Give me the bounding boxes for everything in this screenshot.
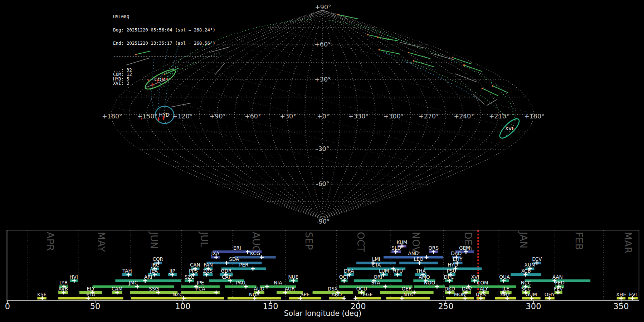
x-tick-label-250: 250	[438, 302, 454, 311]
shower-label-ORS: ORS	[428, 245, 439, 251]
shower-label-LEO: LEO	[414, 256, 424, 262]
observation-info-box: USL00Q Beg: 20251220 05:56:04 (sol = 268…	[113, 6, 218, 94]
shower-label-FAN: FAN	[204, 262, 213, 268]
shower-label-XUM: XUM	[525, 262, 536, 268]
trail-head-dot	[482, 88, 483, 89]
shower-bar-ARD	[329, 297, 344, 299]
shower-count-list: ...: 32COM: 12HYD: 5XVI: 2	[113, 68, 218, 86]
secondary-grid	[21, 0, 537, 215]
shower-label-MON: MON	[454, 292, 465, 297]
shower-peak-ARD	[342, 296, 346, 300]
shower-label-NTA: NTA	[403, 292, 413, 297]
shower-peak-STA	[383, 285, 387, 289]
meteor-trail-green	[409, 53, 430, 59]
meteor-observation-screen: COMHYDXVI+90°-90°+60°+30°-30°-60°+180°+1…	[0, 0, 644, 322]
shower-peak-ERI	[246, 250, 250, 254]
sky-map: COMHYDXVI+90°-90°+60°+30°-30°-60°+180°+1…	[21, 0, 545, 225]
shower-peak-AND	[425, 255, 429, 259]
drift-track-green	[329, 20, 514, 126]
shower-label-AAN: AAN	[552, 274, 563, 280]
shower-bar-PAU	[225, 286, 257, 288]
shower-bar-PCA	[181, 291, 220, 294]
shower-label-DKD: DKD	[444, 286, 455, 292]
map-coordinate-label: +180°	[102, 113, 122, 120]
shower-bar-ETA	[58, 297, 123, 299]
x-tick-label-300: 300	[526, 302, 541, 311]
shower-label-JIP: JIP	[169, 268, 175, 274]
meteor-trail-gray	[455, 74, 477, 82]
shower-label-OER: OER	[402, 286, 412, 292]
shower-label-DAD: DAD	[451, 250, 462, 256]
shower-label-SDA: SDA	[229, 256, 239, 262]
map-coordinate-label: +270°	[419, 113, 439, 120]
meteor-trail-green	[414, 61, 434, 67]
shower-peak-NOO	[435, 285, 439, 289]
shower-label-COM: COM	[477, 280, 488, 286]
shower-label-CAP: CAP	[222, 274, 231, 280]
shower-label-GUM: GUM	[526, 292, 537, 297]
month-label-JUL: JUL	[199, 231, 210, 247]
trail-head-dot	[463, 64, 465, 66]
month-label-APR: APR	[45, 232, 56, 251]
shower-label-OHY: OHY	[545, 292, 555, 297]
shower-label-ARD: ARD	[331, 292, 342, 297]
grid-secondary-line	[21, 21, 104, 215]
separator-line: ---------------------------------------	[113, 54, 218, 59]
begin-time-line: Beg: 20251220 05:56:04 (sol = 268.24°)	[113, 28, 218, 32]
trail-head-dot	[492, 85, 494, 87]
shower-label-FEV: FEV	[554, 286, 563, 292]
shower-label-JEA: JEA	[150, 268, 158, 274]
shower-label-PER: PER	[239, 262, 248, 268]
shower-label-TAH: TAH	[122, 268, 132, 274]
meteor-trail-gray	[487, 99, 497, 106]
map-coordinate-label: +90°	[315, 4, 331, 11]
grid-secondary-line	[107, 106, 537, 213]
map-coordinate-label: +210°	[489, 113, 509, 120]
shower-label-NCC: NCC	[521, 280, 531, 286]
trail-head-dot	[337, 14, 339, 16]
meteor-trail-gray	[171, 103, 191, 107]
trail-head-dot	[367, 34, 369, 36]
count-line-XVI: XVI: 2	[113, 81, 218, 86]
shower-label-PPS: PPS	[189, 268, 198, 274]
sky-map-and-timeline-plot: COMHYDXVI+90°-90°+60°+30°-30°-60°+180°+1…	[0, 0, 644, 322]
shower-label-EGE: EGE	[363, 292, 373, 297]
shower-label-LYR: LYR	[59, 280, 68, 286]
shower-label-SPE: SPE	[301, 292, 309, 297]
shower-label-HYD: HYD	[448, 262, 458, 268]
shower-bar-KCG	[235, 256, 276, 259]
trail-head-dot	[452, 57, 454, 59]
shower-label-CAN: CAN	[190, 262, 200, 268]
meteor-trail-green	[493, 86, 508, 93]
shower-bar-AND	[384, 256, 443, 259]
shower-label-PAU: PAU	[236, 280, 245, 286]
shower-label-XCB: XCB	[521, 268, 531, 274]
shower-bar-AUR	[277, 291, 303, 294]
shower-label-OCU: OCU	[356, 286, 367, 292]
shower-bar-NOO	[414, 286, 445, 288]
shower-label-PSU: PSU	[447, 268, 457, 274]
shower-label-PCA: PCA	[196, 286, 206, 292]
shower-label-XVI: XVI	[471, 274, 479, 280]
shower-label-KCG: KCG	[250, 250, 260, 256]
trail-head-dot	[377, 36, 379, 38]
map-coordinate-label: +60°	[314, 41, 331, 48]
shower-label-ELY: ELY	[87, 286, 95, 292]
radiant-label-HYD: HYD	[159, 112, 170, 118]
x-tick-label-0: 0	[5, 302, 10, 311]
shower-label-KSE: KSE	[37, 292, 47, 297]
shower-bar-SDA	[206, 262, 262, 264]
x-tick-label-150: 150	[263, 302, 278, 311]
shower-peak-KCG	[260, 255, 264, 259]
shower-label-AUD: AUD	[254, 286, 264, 292]
map-coordinate-label: +30°	[280, 113, 296, 120]
shower-label-EVI: EVI	[629, 292, 637, 297]
map-coordinate-label: +30°	[314, 76, 331, 83]
drift-track-blue	[384, 52, 481, 101]
shower-label-URS: URS	[476, 292, 486, 297]
shower-label-JXA: JXA	[211, 250, 219, 256]
shower-label-DSV: DSV	[462, 286, 472, 292]
shower-label-LMI: LMI	[372, 256, 380, 262]
month-label-JAN: JAN	[518, 231, 529, 248]
station-id: USL00Q	[113, 15, 218, 19]
